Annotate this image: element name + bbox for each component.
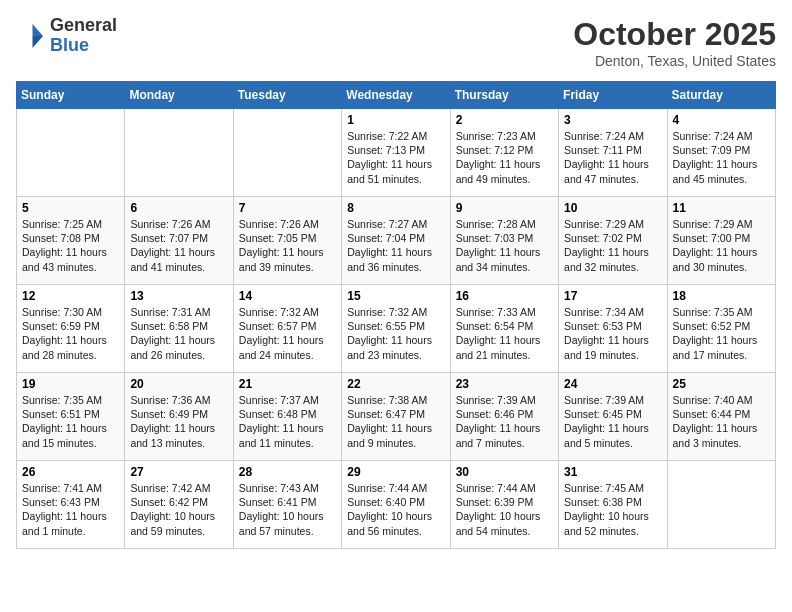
- weekday-row: SundayMondayTuesdayWednesdayThursdayFrid…: [17, 82, 776, 109]
- day-info: Sunrise: 7:25 AM Sunset: 7:08 PM Dayligh…: [22, 217, 119, 274]
- calendar-cell: 28Sunrise: 7:43 AM Sunset: 6:41 PM Dayli…: [233, 461, 341, 549]
- calendar-cell: 15Sunrise: 7:32 AM Sunset: 6:55 PM Dayli…: [342, 285, 450, 373]
- logo-blue: Blue: [50, 36, 117, 56]
- day-info: Sunrise: 7:42 AM Sunset: 6:42 PM Dayligh…: [130, 481, 227, 538]
- day-info: Sunrise: 7:40 AM Sunset: 6:44 PM Dayligh…: [673, 393, 770, 450]
- day-number: 30: [456, 465, 553, 479]
- day-info: Sunrise: 7:35 AM Sunset: 6:51 PM Dayligh…: [22, 393, 119, 450]
- calendar-week-row: 19Sunrise: 7:35 AM Sunset: 6:51 PM Dayli…: [17, 373, 776, 461]
- page-header: General Blue October 2025 Denton, Texas,…: [16, 16, 776, 69]
- calendar-cell: 18Sunrise: 7:35 AM Sunset: 6:52 PM Dayli…: [667, 285, 775, 373]
- day-number: 11: [673, 201, 770, 215]
- day-info: Sunrise: 7:43 AM Sunset: 6:41 PM Dayligh…: [239, 481, 336, 538]
- calendar-body: 1Sunrise: 7:22 AM Sunset: 7:13 PM Daylig…: [17, 109, 776, 549]
- calendar-cell: 6Sunrise: 7:26 AM Sunset: 7:07 PM Daylig…: [125, 197, 233, 285]
- day-info: Sunrise: 7:24 AM Sunset: 7:09 PM Dayligh…: [673, 129, 770, 186]
- calendar-cell: 5Sunrise: 7:25 AM Sunset: 7:08 PM Daylig…: [17, 197, 125, 285]
- calendar-cell: 17Sunrise: 7:34 AM Sunset: 6:53 PM Dayli…: [559, 285, 667, 373]
- day-info: Sunrise: 7:26 AM Sunset: 7:07 PM Dayligh…: [130, 217, 227, 274]
- weekday-header: Monday: [125, 82, 233, 109]
- day-info: Sunrise: 7:39 AM Sunset: 6:46 PM Dayligh…: [456, 393, 553, 450]
- calendar-cell: 30Sunrise: 7:44 AM Sunset: 6:39 PM Dayli…: [450, 461, 558, 549]
- day-number: 20: [130, 377, 227, 391]
- calendar-cell: 11Sunrise: 7:29 AM Sunset: 7:00 PM Dayli…: [667, 197, 775, 285]
- day-number: 18: [673, 289, 770, 303]
- calendar-cell: 7Sunrise: 7:26 AM Sunset: 7:05 PM Daylig…: [233, 197, 341, 285]
- day-number: 23: [456, 377, 553, 391]
- calendar-cell: 26Sunrise: 7:41 AM Sunset: 6:43 PM Dayli…: [17, 461, 125, 549]
- day-info: Sunrise: 7:44 AM Sunset: 6:40 PM Dayligh…: [347, 481, 444, 538]
- day-number: 17: [564, 289, 661, 303]
- calendar-cell: 16Sunrise: 7:33 AM Sunset: 6:54 PM Dayli…: [450, 285, 558, 373]
- title-block: October 2025 Denton, Texas, United State…: [573, 16, 776, 69]
- calendar-cell: 19Sunrise: 7:35 AM Sunset: 6:51 PM Dayli…: [17, 373, 125, 461]
- day-info: Sunrise: 7:26 AM Sunset: 7:05 PM Dayligh…: [239, 217, 336, 274]
- day-info: Sunrise: 7:38 AM Sunset: 6:47 PM Dayligh…: [347, 393, 444, 450]
- calendar-cell: 8Sunrise: 7:27 AM Sunset: 7:04 PM Daylig…: [342, 197, 450, 285]
- svg-marker-0: [33, 24, 44, 36]
- day-info: Sunrise: 7:32 AM Sunset: 6:55 PM Dayligh…: [347, 305, 444, 362]
- calendar-cell: [233, 109, 341, 197]
- calendar-cell: 10Sunrise: 7:29 AM Sunset: 7:02 PM Dayli…: [559, 197, 667, 285]
- day-number: 1: [347, 113, 444, 127]
- day-number: 8: [347, 201, 444, 215]
- day-number: 15: [347, 289, 444, 303]
- day-number: 22: [347, 377, 444, 391]
- logo-icon: [16, 21, 46, 51]
- day-info: Sunrise: 7:27 AM Sunset: 7:04 PM Dayligh…: [347, 217, 444, 274]
- logo: General Blue: [16, 16, 117, 56]
- day-number: 19: [22, 377, 119, 391]
- day-number: 5: [22, 201, 119, 215]
- day-info: Sunrise: 7:30 AM Sunset: 6:59 PM Dayligh…: [22, 305, 119, 362]
- day-number: 12: [22, 289, 119, 303]
- weekday-header: Wednesday: [342, 82, 450, 109]
- calendar-cell: 13Sunrise: 7:31 AM Sunset: 6:58 PM Dayli…: [125, 285, 233, 373]
- day-number: 28: [239, 465, 336, 479]
- day-number: 7: [239, 201, 336, 215]
- calendar-cell: 25Sunrise: 7:40 AM Sunset: 6:44 PM Dayli…: [667, 373, 775, 461]
- day-number: 6: [130, 201, 227, 215]
- calendar-cell: 9Sunrise: 7:28 AM Sunset: 7:03 PM Daylig…: [450, 197, 558, 285]
- weekday-header: Friday: [559, 82, 667, 109]
- day-number: 29: [347, 465, 444, 479]
- day-number: 9: [456, 201, 553, 215]
- day-info: Sunrise: 7:24 AM Sunset: 7:11 PM Dayligh…: [564, 129, 661, 186]
- calendar-week-row: 1Sunrise: 7:22 AM Sunset: 7:13 PM Daylig…: [17, 109, 776, 197]
- day-number: 2: [456, 113, 553, 127]
- day-number: 10: [564, 201, 661, 215]
- day-info: Sunrise: 7:23 AM Sunset: 7:12 PM Dayligh…: [456, 129, 553, 186]
- weekday-header: Tuesday: [233, 82, 341, 109]
- calendar-cell: 22Sunrise: 7:38 AM Sunset: 6:47 PM Dayli…: [342, 373, 450, 461]
- calendar-header: SundayMondayTuesdayWednesdayThursdayFrid…: [17, 82, 776, 109]
- calendar-cell: 27Sunrise: 7:42 AM Sunset: 6:42 PM Dayli…: [125, 461, 233, 549]
- calendar-cell: 31Sunrise: 7:45 AM Sunset: 6:38 PM Dayli…: [559, 461, 667, 549]
- day-info: Sunrise: 7:44 AM Sunset: 6:39 PM Dayligh…: [456, 481, 553, 538]
- calendar-cell: 23Sunrise: 7:39 AM Sunset: 6:46 PM Dayli…: [450, 373, 558, 461]
- day-info: Sunrise: 7:35 AM Sunset: 6:52 PM Dayligh…: [673, 305, 770, 362]
- day-info: Sunrise: 7:29 AM Sunset: 7:02 PM Dayligh…: [564, 217, 661, 274]
- day-info: Sunrise: 7:39 AM Sunset: 6:45 PM Dayligh…: [564, 393, 661, 450]
- day-number: 26: [22, 465, 119, 479]
- calendar-cell: 21Sunrise: 7:37 AM Sunset: 6:48 PM Dayli…: [233, 373, 341, 461]
- calendar-cell: [125, 109, 233, 197]
- weekday-header: Thursday: [450, 82, 558, 109]
- day-info: Sunrise: 7:36 AM Sunset: 6:49 PM Dayligh…: [130, 393, 227, 450]
- day-number: 16: [456, 289, 553, 303]
- calendar-table: SundayMondayTuesdayWednesdayThursdayFrid…: [16, 81, 776, 549]
- day-info: Sunrise: 7:34 AM Sunset: 6:53 PM Dayligh…: [564, 305, 661, 362]
- calendar-week-row: 26Sunrise: 7:41 AM Sunset: 6:43 PM Dayli…: [17, 461, 776, 549]
- calendar-cell: 29Sunrise: 7:44 AM Sunset: 6:40 PM Dayli…: [342, 461, 450, 549]
- day-number: 24: [564, 377, 661, 391]
- day-info: Sunrise: 7:41 AM Sunset: 6:43 PM Dayligh…: [22, 481, 119, 538]
- calendar-cell: 4Sunrise: 7:24 AM Sunset: 7:09 PM Daylig…: [667, 109, 775, 197]
- day-number: 25: [673, 377, 770, 391]
- day-info: Sunrise: 7:28 AM Sunset: 7:03 PM Dayligh…: [456, 217, 553, 274]
- day-number: 21: [239, 377, 336, 391]
- calendar-cell: 2Sunrise: 7:23 AM Sunset: 7:12 PM Daylig…: [450, 109, 558, 197]
- calendar-cell: 12Sunrise: 7:30 AM Sunset: 6:59 PM Dayli…: [17, 285, 125, 373]
- day-number: 4: [673, 113, 770, 127]
- calendar-cell: 20Sunrise: 7:36 AM Sunset: 6:49 PM Dayli…: [125, 373, 233, 461]
- day-number: 14: [239, 289, 336, 303]
- calendar-cell: 14Sunrise: 7:32 AM Sunset: 6:57 PM Dayli…: [233, 285, 341, 373]
- calendar-cell: 1Sunrise: 7:22 AM Sunset: 7:13 PM Daylig…: [342, 109, 450, 197]
